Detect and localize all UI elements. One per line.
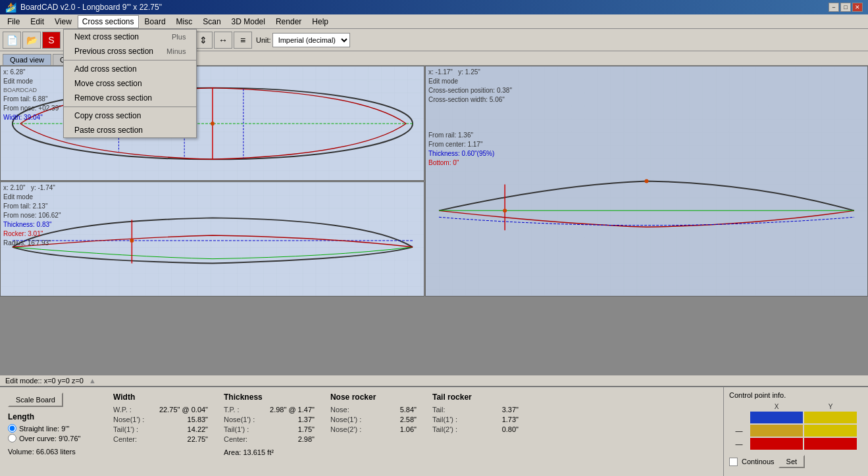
- tp-value: 2.98" @ 1.47": [270, 406, 315, 414]
- cp-grid: X Y — —: [729, 403, 863, 450]
- width-center-label: Center:: [113, 435, 159, 443]
- nose1-row: Nose(1') : 2.58": [330, 416, 417, 423]
- unit-select[interactable]: Imperial (decimal) Metric: [272, 33, 350, 47]
- menu-view[interactable]: View: [50, 15, 76, 28]
- scale-board-button[interactable]: Scale Board: [8, 393, 63, 407]
- svg-rect-17: [1, 182, 424, 296]
- cp-continous-checkbox[interactable]: [729, 458, 738, 466]
- tail1-label: Tail(1') :: [432, 416, 478, 423]
- width-nose1-row: Nose(1') : 15.83": [113, 416, 208, 423]
- cp-row1-empty: [729, 412, 749, 423]
- straight-line-radio[interactable]: [8, 424, 16, 433]
- menu-file[interactable]: File: [3, 15, 24, 28]
- menu-next-cross-section[interactable]: Next cross section Plus: [64, 30, 196, 44]
- vp-tr-info: x: -1.17" y: 1.25" Edit mode Cross-secti…: [428, 68, 512, 168]
- area-row: Area: 13.615 ft²: [224, 448, 315, 456]
- area-label: Area:: [224, 448, 241, 456]
- tab-quad-view[interactable]: Quad view: [3, 54, 51, 65]
- vp-tr-from-rail: From rail: 1.36" From center: 1.17" Thic…: [428, 131, 512, 168]
- nose2-label: Nose(2') :: [330, 425, 376, 433]
- vp-tl-mode: Edit mode: [3, 77, 61, 86]
- tail-value: 3.37": [502, 406, 519, 414]
- cp-x-mid[interactable]: [750, 425, 803, 437]
- thick-nose1-label: Nose(1') :: [224, 416, 270, 423]
- wp-row: W.P. : 22.75" @ 0.04": [113, 406, 208, 414]
- cp-y-mid[interactable]: [804, 425, 857, 437]
- wp-value: 22.75" @ 0.04": [159, 406, 208, 414]
- cp-continous-label: Continous: [742, 458, 775, 465]
- nose-value: 5.84": [400, 406, 417, 414]
- vp-tl-x: x: 6.28": [3, 68, 61, 77]
- vp-tl-width: Width: 39.04": [3, 113, 61, 122]
- dropdown-sep2: [64, 107, 196, 107]
- svg-point-15: [644, 179, 648, 183]
- tail2-value: 0.80": [502, 425, 519, 433]
- vp-bl-radius: Radius: 16'7.93": [3, 239, 61, 248]
- menu-prev-cross-section[interactable]: Previous cross section Minus: [64, 44, 196, 59]
- maximize-button[interactable]: □: [840, 3, 851, 12]
- cp-set-button[interactable]: Set: [779, 455, 805, 468]
- nose-rocker-column: Nose rocker Nose: 5.84" Nose(1') : 2.58"…: [322, 393, 424, 476]
- close-button[interactable]: ✕: [852, 3, 863, 12]
- titlebar-left: 🏄 BoardCAD v2.0 - Longboard 9'" x 22.75": [5, 2, 162, 12]
- new-button[interactable]: 📄: [3, 32, 21, 49]
- cross-sections-dropdown: Next cross section Plus Previous cross s…: [63, 29, 197, 138]
- statusbar: Edit mode:: x=0 y=0 z=0 ▲: [0, 375, 868, 387]
- menu-copy-cross-section[interactable]: Copy cross section: [64, 108, 196, 123]
- cp-bottom-row: Continous Set: [729, 455, 863, 468]
- menu-paste-cross-section[interactable]: Paste cross section: [64, 123, 196, 137]
- menu-scan[interactable]: Scan: [198, 15, 225, 28]
- menu-3dmodel[interactable]: 3D Model: [227, 15, 270, 28]
- tp-row: T.P. : 2.98" @ 1.47": [224, 406, 315, 414]
- vp-bl-info: x: 2.10" y: -1.74" Edit mode From tail: …: [3, 183, 61, 248]
- nose1-value: 2.58": [400, 416, 417, 423]
- width-center-value: 22.75": [188, 435, 208, 443]
- stats-area: Width W.P. : 22.75" @ 0.04" Nose(1') : 1…: [105, 387, 723, 476]
- thick-tail1-row: Tail(1') : 1.75": [224, 425, 315, 433]
- minimize-button[interactable]: −: [829, 3, 839, 12]
- menu-help[interactable]: Help: [307, 15, 333, 28]
- open-button[interactable]: 📂: [22, 32, 41, 49]
- tail-rocker-title: Tail rocker: [432, 393, 519, 402]
- app-title: BoardCAD v2.0 - Longboard 9'" x 22.75": [20, 3, 162, 12]
- thick-center-row: Center: 2.98": [224, 435, 315, 443]
- width-tail1-row: Tail(1') : 14.22": [113, 425, 208, 433]
- cp-y-red[interactable]: [804, 438, 857, 450]
- cp-title: Control point info.: [729, 391, 863, 399]
- width-tail1-label: Tail(1') :: [113, 425, 159, 433]
- viewport-top-right: x: -1.17" y: 1.25" Edit mode Cross-secti…: [425, 66, 868, 297]
- nose-row: Nose: 5.84": [330, 406, 417, 414]
- cp-y-blue[interactable]: [804, 412, 857, 423]
- save-button[interactable]: S: [42, 32, 61, 49]
- nose2-value: 1.06": [400, 425, 417, 433]
- tail1-value: 1.73": [502, 416, 519, 423]
- cp-x-blue[interactable]: [750, 412, 803, 423]
- width-title: Width: [113, 393, 208, 402]
- area-value: 13.615 ft²: [243, 448, 273, 456]
- width-column: Width W.P. : 22.75" @ 0.04" Nose(1') : 1…: [105, 393, 216, 476]
- menu-cross-sections[interactable]: Cross sections: [78, 15, 139, 28]
- menu-move-cross-section[interactable]: Move cross section: [64, 76, 196, 91]
- width-center-row: Center: 22.75": [113, 435, 208, 443]
- vp-tl-watermark: BOARDCAD: [3, 86, 61, 95]
- vp-bl-from-nose: From nose: 106.62": [3, 211, 61, 220]
- align-button[interactable]: ≡: [234, 32, 252, 49]
- menu-misc[interactable]: Misc: [172, 15, 197, 28]
- titlebar: 🏄 BoardCAD v2.0 - Longboard 9'" x 22.75"…: [0, 0, 868, 14]
- thick-nose1-row: Nose(1') : 1.37": [224, 416, 315, 423]
- cp-x-red[interactable]: [750, 438, 803, 450]
- tp-label: T.P. :: [224, 406, 270, 414]
- svg-point-9: [211, 122, 215, 126]
- length-title: Length: [8, 412, 97, 421]
- menu-remove-cross-section[interactable]: Remove cross section: [64, 91, 196, 105]
- menu-edit[interactable]: Edit: [26, 15, 49, 28]
- control-point-info: Control point info. X Y — — Continous Se…: [723, 387, 868, 476]
- menu-add-cross-section[interactable]: Add cross section: [64, 62, 196, 76]
- menu-render[interactable]: Render: [271, 15, 306, 28]
- unit-label: Unit:: [256, 36, 271, 44]
- rotate-button[interactable]: ↔: [214, 32, 232, 49]
- over-curve-radio[interactable]: [8, 434, 16, 442]
- menubar: File Edit View Cross sections Board Misc…: [0, 14, 868, 29]
- menu-board[interactable]: Board: [140, 15, 170, 28]
- viewport-bottom-left: x: 2.10" y: -1.74" Edit mode From tail: …: [0, 181, 424, 297]
